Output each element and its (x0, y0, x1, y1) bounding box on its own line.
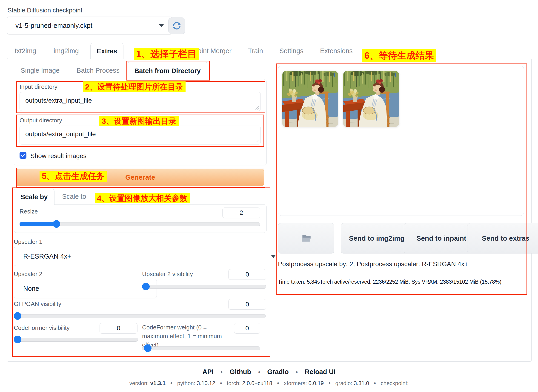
xformers-key: xformers: (284, 380, 307, 386)
slider-track[interactable] (14, 338, 138, 342)
gfpgan-visibility-thumb[interactable] (14, 312, 21, 320)
codeformer-visibility-input[interactable] (100, 323, 138, 334)
gfpgan-visibility-input[interactable] (228, 299, 266, 310)
checkpoint-dropdown-value: v1-5-pruned-emaonly.ckpt (15, 22, 93, 29)
upscaler2-visibility-input[interactable] (228, 269, 266, 280)
codeformer-weight-input[interactable] (234, 323, 260, 334)
upscaler2-visibility-label: Upscaler 2 visibility (142, 271, 193, 278)
refresh-checkpoint-button[interactable] (168, 18, 185, 34)
footer-link-gradio[interactable]: Gradio (267, 368, 288, 375)
postprocess-info-text: Postprocess upscale by: 2, Postprocess u… (278, 260, 468, 268)
textarea-resize-grip[interactable] (255, 105, 259, 109)
annotation-step4: 4、设置图像放大相关参数 (95, 193, 190, 203)
checkpoint-key: checkpoint: (381, 380, 408, 386)
open-folder-button[interactable] (278, 223, 334, 253)
python-key: python: (177, 380, 195, 386)
codeformer-visibility-label: CodeFormer visibility (14, 324, 70, 331)
footer-separator: • (329, 380, 331, 387)
upscaler2-value: None (23, 285, 39, 292)
folder-icon (301, 233, 312, 243)
codeformer-visibility-thumb[interactable] (14, 336, 21, 343)
tab-txt2img[interactable]: txt2img (15, 47, 36, 55)
footer-separator: • (220, 369, 223, 375)
upscaler2-visibility-slider[interactable] (142, 283, 266, 290)
codeformer-visibility-slider[interactable] (14, 336, 138, 343)
version-key: version: (130, 380, 149, 386)
footer-separator: • (170, 380, 172, 387)
slider-track[interactable] (14, 314, 266, 318)
footer-separator: • (258, 369, 260, 375)
input-directory-field[interactable]: outputs/extra_input_file (19, 92, 261, 111)
footer-links: API • Github • Gradio • Reload UI (0, 368, 538, 376)
footer-link-reload-ui[interactable]: Reload UI (305, 368, 336, 375)
scale-to-tab[interactable]: Scale to (62, 193, 86, 200)
resize-slider[interactable] (19, 220, 260, 228)
tab-extensions[interactable]: Extensions (320, 47, 353, 55)
send-to-extras-button[interactable]: Send to extras (467, 223, 538, 253)
annotation-step5: 5、点击生成任务 (40, 171, 107, 182)
subtab-batch-from-directory-active[interactable]: Batch from Directory (128, 62, 207, 80)
footer-link-api[interactable]: API (202, 368, 213, 375)
output-directory-label: Output directory (19, 117, 62, 124)
slider-fill (19, 222, 56, 226)
python-value: 3.10.12 (197, 380, 215, 386)
result-image-1[interactable] (282, 71, 338, 127)
footer-link-github[interactable]: Github (230, 368, 251, 375)
resize-number-input[interactable] (222, 207, 260, 218)
input-directory-label: Input directory (19, 83, 57, 90)
textarea-resize-grip[interactable] (255, 139, 259, 143)
resize-slider-thumb[interactable] (53, 220, 60, 228)
checkpoint-label: Stable Diffusion checkpoint (8, 7, 82, 14)
annotation-step2: 2、设置待处理图片所在目录 (83, 81, 186, 92)
version-value: v1.3.1 (150, 380, 166, 386)
show-result-images-label: Show result images (30, 152, 86, 160)
checkmark-icon (20, 153, 26, 158)
scale-by-tab-active[interactable]: Scale by (14, 189, 55, 205)
upscaler1-value: R-ESRGAN 4x+ (23, 252, 71, 260)
footer-separator: • (277, 380, 279, 387)
footer-version-line: version: v1.3.1 • python: 3.10.12 • torc… (0, 380, 538, 387)
subtab-single-image[interactable]: Single Image (21, 67, 60, 74)
xformers-value: 0.0.19 (308, 380, 324, 386)
tab-train[interactable]: Train (248, 47, 263, 55)
codeformer-weight-thumb[interactable] (144, 344, 152, 352)
annotation-step1: 1、选择子栏目 (134, 48, 199, 60)
slider-track[interactable] (142, 346, 260, 350)
gfpgan-visibility-label: GFPGAN visibility (14, 300, 61, 308)
footer-separator: • (374, 380, 376, 387)
send-to-img2img-button[interactable]: Send to img2img (341, 223, 413, 253)
upscaler2-dropdown[interactable]: None (14, 279, 157, 298)
upscaler1-label: Upscaler 1 (14, 238, 42, 245)
chevron-down-icon (159, 24, 164, 27)
gradio-value: 3.31.0 (354, 380, 369, 386)
resize-label: Resize (19, 208, 38, 215)
tab-img2img[interactable]: img2img (54, 47, 79, 55)
annotation-step3: 3、设置新图输出目录 (99, 116, 179, 126)
footer-separator: • (220, 380, 222, 387)
upscaler1-dropdown[interactable]: R-ESRGAN 4x+ (14, 247, 285, 266)
tab-extras-active[interactable]: Extras (90, 43, 123, 59)
output-directory-field[interactable]: outputs/extra_output_file (19, 126, 261, 145)
tab-settings[interactable]: Settings (279, 47, 303, 55)
chevron-down-icon (271, 255, 276, 258)
torch-key: torch: (227, 380, 241, 386)
codeformer-weight-slider[interactable] (142, 344, 260, 352)
annotation-step6: 6、等待生成结果 (362, 49, 436, 62)
subtab-batch-process[interactable]: Batch Process (77, 67, 120, 74)
gradio-key: gradio: (335, 380, 352, 386)
slider-track[interactable] (142, 285, 266, 289)
upscaler2-label: Upscaler 2 (14, 271, 42, 278)
show-result-images-checkbox[interactable] (19, 152, 26, 159)
refresh-icon (172, 21, 182, 31)
gfpgan-visibility-slider[interactable] (14, 312, 266, 320)
checkpoint-dropdown[interactable]: v1-5-pruned-emaonly.ckpt (7, 17, 172, 34)
time-taken-text: Time taken: 5.84sTorch active/reserved: … (278, 279, 501, 285)
footer-separator: • (296, 369, 298, 375)
result-image-2[interactable] (343, 71, 399, 127)
torch-value: 2.0.0+cu118 (242, 380, 272, 386)
upscaler2-visibility-thumb[interactable] (142, 283, 150, 290)
